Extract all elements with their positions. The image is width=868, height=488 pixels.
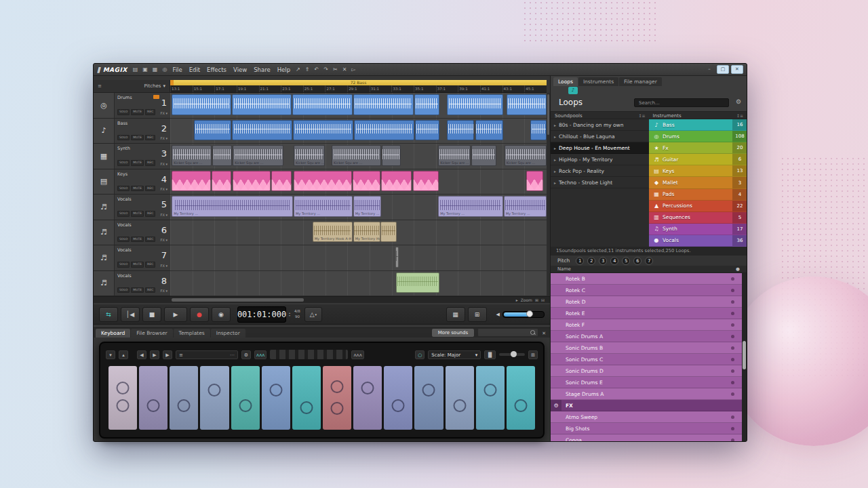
pitch-button-1[interactable]: 1	[576, 257, 584, 265]
audio-clip[interactable]: Kicker Squ are ...	[438, 145, 471, 166]
instrument-item[interactable]: ▦Pads4	[649, 189, 747, 201]
audio-clip[interactable]	[353, 94, 414, 115]
pitch-button-3[interactable]: 3	[599, 257, 607, 265]
tab-instruments[interactable]: Instruments	[578, 77, 618, 86]
record-circle-icon[interactable]: ○	[415, 350, 425, 359]
track-header[interactable]: ♬Vocals6SOLOMUTERECFX ▾	[94, 220, 170, 246]
track-fx-button[interactable]: FX ▾	[161, 136, 167, 140]
audio-clip[interactable]	[354, 120, 414, 141]
audio-clip[interactable]	[294, 171, 351, 192]
export-icon[interactable]: ⇑	[305, 64, 310, 76]
menu-help[interactable]: Help	[277, 64, 290, 76]
track-header[interactable]: ▦Synth3SOLOMUTERECFX ▾	[94, 144, 170, 169]
track-rec-button[interactable]: REC	[145, 262, 155, 268]
metronome-button[interactable]: △ ▾	[304, 307, 322, 322]
prev-button[interactable]: ◀	[137, 350, 146, 359]
clip-lane[interactable]	[170, 169, 547, 195]
soundpool-item[interactable]: ▸HipHop - My Territory	[551, 154, 649, 165]
clip-lane[interactable]: Kicker Squ are ...Kicker Squ are ...Kick…	[170, 144, 547, 169]
menu-view[interactable]: View	[233, 64, 247, 76]
instrument-item[interactable]: ●Vocals36	[649, 235, 747, 247]
pitch-button-7[interactable]: 7	[645, 257, 653, 265]
loop-item[interactable]: Atmo Sweep	[551, 411, 743, 423]
zoom-in-icon[interactable]: ⊞	[535, 298, 538, 302]
track-header[interactable]: ♬Vocals5SOLOMUTERECFX ▾	[94, 195, 170, 220]
track-rec-button[interactable]: REC	[145, 186, 155, 192]
slider-knob[interactable]	[511, 351, 517, 357]
settings-gear-icon[interactable]: ⚙	[241, 350, 251, 359]
track-solo-button[interactable]: SOLO	[117, 109, 130, 115]
sounds-search-input[interactable]	[477, 328, 538, 337]
audio-clip[interactable]: My Territory ...	[438, 196, 502, 217]
audio-clip[interactable]	[526, 171, 543, 192]
mini-mixer-widget[interactable]	[270, 350, 348, 359]
pitch-button-5[interactable]: 5	[622, 257, 630, 265]
loop-item[interactable]: Conga	[551, 434, 743, 441]
track-mute-button[interactable]: MUTE	[131, 237, 144, 243]
pads-view-button[interactable]: ⊞	[468, 307, 487, 322]
track-fx-button[interactable]: FX ▾	[161, 187, 167, 191]
track-rec-button[interactable]: REC	[145, 160, 155, 166]
audio-clip[interactable]	[382, 145, 401, 166]
delete-icon[interactable]: ✕	[342, 64, 347, 76]
track-header[interactable]: ♬Vocals8SOLOMUTERECFX ▾	[94, 271, 170, 297]
piano-key-8[interactable]	[323, 366, 351, 430]
track-fx-button[interactable]: FX ▾	[161, 213, 167, 217]
instrument-item[interactable]: ♪Bass16	[649, 119, 747, 131]
soundpool-item[interactable]: ▸Techno - Strobe Light	[551, 177, 649, 188]
audio-clip[interactable]	[530, 120, 547, 141]
volume-knob[interactable]	[526, 310, 533, 317]
pitch-button-6[interactable]: 6	[633, 257, 642, 265]
grid-icon[interactable]: ⊞	[528, 350, 538, 359]
track-header[interactable]: ♪Bass2SOLOMUTERECFX ▾	[94, 119, 170, 144]
track-header[interactable]: ♬Vocals7SOLOMUTERECFX ▾	[94, 245, 170, 271]
zoom-out-icon[interactable]: ⊟	[541, 298, 545, 302]
piano-key-7[interactable]	[292, 366, 321, 430]
audio-clip[interactable]	[396, 272, 439, 293]
next-button[interactable]: ▶	[163, 350, 172, 359]
loop-item[interactable]: Stage Drums A	[551, 388, 743, 400]
tab-file-browser[interactable]: File Browser	[131, 329, 172, 338]
track-solo-button[interactable]: SOLO	[117, 160, 130, 166]
loops-search-input[interactable]: Search...	[634, 98, 729, 107]
scale-select-dropdown[interactable]: Scale: Major ▾	[428, 350, 481, 359]
loop-item[interactable]: Sonic Drums B	[551, 342, 743, 354]
close-panel-icon[interactable]: ✕	[542, 331, 546, 336]
piano-key-6[interactable]	[262, 366, 290, 430]
track-rec-button[interactable]: REC	[145, 135, 155, 141]
soundpool-item[interactable]: ▸80s - Dancing on my own	[551, 119, 649, 131]
track-mute-button[interactable]: MUTE	[131, 135, 144, 141]
track-header[interactable]: ◎Drums1SOLOMUTERECFX ▾	[94, 93, 170, 119]
browser-settings-gear-icon[interactable]: ⚙	[736, 98, 741, 105]
redo-icon[interactable]: ↷	[323, 64, 328, 76]
soundpool-item[interactable]: ▸Rock Pop - Reality	[551, 165, 649, 177]
track-solo-button[interactable]: SOLO	[117, 287, 130, 293]
menu-edit[interactable]: Edit	[189, 64, 200, 76]
sort-icon[interactable]: ↕≡	[736, 113, 743, 118]
instrument-item[interactable]: ▥Sequences5	[649, 212, 747, 224]
keyboard-slider[interactable]	[499, 353, 525, 356]
audio-clip[interactable]	[507, 94, 547, 115]
loop-item[interactable]: Rotek E	[551, 308, 743, 319]
instrument-item[interactable]: ♬Guitar6	[649, 154, 747, 165]
loops-name-header[interactable]: Name ●	[551, 266, 747, 273]
audio-clip[interactable]: My Territory Hook A-HOP	[313, 222, 353, 243]
audio-clip[interactable]	[353, 171, 380, 192]
track-list-menu-icon[interactable]: ≡	[98, 83, 102, 89]
scissors-icon[interactable]: ✂	[333, 64, 338, 76]
octave-up-button[interactable]: ▴	[119, 350, 128, 359]
instruments-column-header[interactable]: Instruments ↕≡	[649, 112, 747, 119]
clip-lane[interactable]: My Territory ...My Territory ...My Terri…	[170, 195, 547, 220]
track-solo-button[interactable]: SOLO	[117, 135, 130, 141]
loop-range-bar[interactable]: 72 Bass	[170, 80, 547, 85]
instrument-item[interactable]: ★Fx20	[649, 142, 747, 154]
audio-clip[interactable]	[292, 94, 353, 115]
undo-icon[interactable]: ↶	[315, 64, 319, 76]
audio-clip[interactable]	[172, 94, 231, 115]
audio-clip[interactable]	[381, 171, 412, 192]
soundpools-column-header[interactable]: Soundpools ↕≡	[551, 112, 649, 119]
audio-clip[interactable]	[475, 120, 503, 141]
piano-key-10[interactable]	[384, 366, 412, 430]
save-icon[interactable]: ▦	[153, 64, 158, 76]
audio-clip[interactable]: My Territory ...	[504, 196, 547, 217]
